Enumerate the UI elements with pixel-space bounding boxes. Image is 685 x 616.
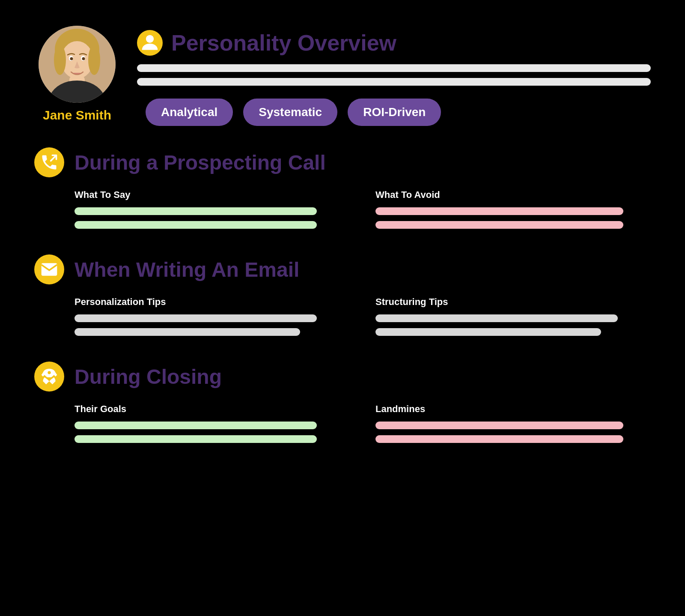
section-closing: During Closing Their Goals Landmines	[34, 362, 651, 443]
what-to-avoid-label: What To Avoid	[375, 189, 651, 200]
overview-header: Personality Overview	[137, 30, 651, 56]
personality-overview: Personality Overview Analytical Systemat…	[137, 26, 651, 126]
personalization-tips-label: Personalization Tips	[74, 296, 350, 308]
phone-icon-circle	[34, 147, 64, 177]
structuring-tips-label: Structuring Tips	[375, 296, 651, 308]
section-title-closing: During Closing	[74, 365, 222, 389]
email-icon	[40, 260, 59, 279]
svg-point-9	[54, 45, 66, 75]
trait-badge-systematic: Systematic	[243, 99, 337, 126]
landmines-bars	[375, 422, 651, 443]
phone-outgoing-icon	[40, 153, 59, 172]
bar-green-goals-2	[74, 435, 317, 443]
handshake-icon-circle	[34, 362, 64, 392]
avatar	[39, 26, 116, 103]
bar-pink-1	[375, 207, 623, 215]
what-to-say-label: What To Say	[74, 189, 350, 200]
bar-gray-2	[74, 328, 300, 336]
their-goals-bars	[74, 422, 350, 443]
bar-gray-1	[74, 314, 317, 322]
their-goals-label: Their Goals	[74, 404, 350, 415]
svg-point-10	[88, 45, 100, 75]
bar-pink-landmine-2	[375, 435, 623, 443]
structuring-bars	[375, 314, 651, 336]
overview-bars	[137, 64, 651, 86]
bar-gray-4	[375, 328, 601, 336]
svg-point-11	[146, 35, 154, 43]
what-to-say-bars	[74, 207, 350, 229]
section-title-email: When Writing An Email	[74, 258, 299, 281]
landmines-column: Landmines	[375, 404, 651, 443]
section-title-prospecting: During a Prospecting Call	[74, 151, 326, 174]
section-prospecting-call: During a Prospecting Call What To Say Wh…	[34, 147, 651, 229]
svg-point-13	[48, 371, 51, 374]
trait-badge-roi-driven: ROI-Driven	[348, 99, 441, 126]
structuring-tips-column: Structuring Tips	[375, 296, 651, 336]
person-name: Jane Smith	[43, 108, 111, 123]
landmines-label: Landmines	[375, 404, 651, 415]
personalization-bars	[74, 314, 350, 336]
their-goals-column: Their Goals	[74, 404, 350, 443]
section-body-email: Personalization Tips Structuring Tips	[74, 296, 651, 336]
section-header-prospecting: During a Prospecting Call	[34, 147, 651, 177]
svg-point-6	[70, 57, 73, 60]
section-writing-email: When Writing An Email Personalization Ti…	[34, 254, 651, 336]
person-icon	[140, 33, 159, 52]
bar-pink-landmine-1	[375, 422, 623, 429]
avatar-image	[39, 26, 116, 103]
what-to-avoid-column: What To Avoid	[375, 189, 651, 229]
personalization-tips-column: Personalization Tips	[74, 296, 350, 336]
bar-green-1	[74, 207, 317, 215]
bar-green-goals-1	[74, 422, 317, 429]
overview-title: Personality Overview	[171, 30, 396, 56]
overview-bar-1	[137, 64, 651, 72]
section-header-closing: During Closing	[34, 362, 651, 392]
trait-badge-analytical: Analytical	[146, 99, 233, 126]
profile-section: Jane Smith Personality Overview Analytic…	[34, 26, 651, 126]
svg-point-7	[82, 57, 85, 60]
section-body-closing: Their Goals Landmines	[74, 404, 651, 443]
bar-gray-3	[375, 314, 618, 322]
what-to-avoid-bars	[375, 207, 651, 229]
bar-pink-2	[375, 221, 623, 229]
what-to-say-column: What To Say	[74, 189, 350, 229]
section-body-prospecting: What To Say What To Avoid	[74, 189, 651, 229]
bar-green-2	[74, 221, 317, 229]
handshake-icon	[40, 367, 59, 386]
person-icon-circle	[137, 30, 163, 56]
trait-badges: Analytical Systematic ROI-Driven	[146, 99, 651, 126]
overview-bar-2	[137, 78, 651, 86]
section-header-email: When Writing An Email	[34, 254, 651, 284]
avatar-container: Jane Smith	[34, 26, 120, 123]
email-icon-circle	[34, 254, 64, 284]
